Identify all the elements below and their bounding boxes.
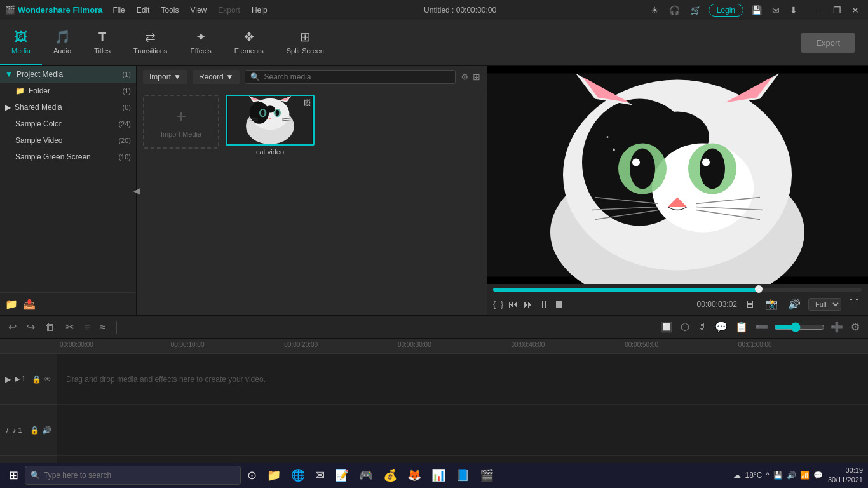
filter-icon[interactable]: ⚙ bbox=[461, 72, 469, 82]
menu-file[interactable]: File bbox=[107, 4, 130, 16]
taskbar-word-icon[interactable]: 📘 bbox=[452, 467, 473, 484]
video-track-label: ▶ 1 bbox=[15, 375, 25, 383]
toolbar-effects[interactable]: ✦ Effects bbox=[179, 20, 222, 65]
audio-wave-button[interactable]: ≈ bbox=[98, 320, 107, 335]
cut-button[interactable]: ✂ bbox=[64, 319, 76, 335]
quality-select[interactable]: Full 1/2 1/4 bbox=[808, 298, 841, 311]
taskbar-mail-icon[interactable]: ✉ bbox=[311, 467, 329, 484]
close-button[interactable]: ✕ bbox=[848, 4, 863, 17]
export-button[interactable]: Export bbox=[801, 33, 855, 53]
drive-icon[interactable]: 💾 bbox=[773, 471, 783, 480]
project-media-item[interactable]: ▼ Project Media (1) bbox=[0, 66, 136, 83]
shared-media-item[interactable]: ▶ Shared Media (0) bbox=[0, 99, 136, 116]
toolbar-transitions[interactable]: ⇄ Transitions bbox=[122, 20, 179, 65]
folder-item[interactable]: 📁 Folder (1) bbox=[0, 83, 136, 99]
progress-fill bbox=[493, 288, 759, 292]
redo-button[interactable]: ↪ bbox=[25, 319, 37, 335]
wifi-icon[interactable]: 📶 bbox=[800, 471, 810, 480]
stop-button[interactable]: ⏹ bbox=[554, 299, 564, 310]
progress-handle[interactable] bbox=[755, 285, 763, 293]
notification-icon[interactable]: 💬 bbox=[813, 471, 823, 480]
search-input[interactable] bbox=[264, 72, 450, 81]
login-button[interactable]: Login bbox=[709, 4, 743, 17]
snap-icon[interactable]: 🔲 bbox=[658, 319, 675, 335]
volume-icon[interactable]: 🔊 bbox=[785, 297, 803, 311]
import-button[interactable]: Import ▼ bbox=[143, 70, 187, 84]
menu-edit[interactable]: Edit bbox=[132, 4, 155, 16]
media-thumb-cat-video[interactable]: 🖼 cat video bbox=[226, 95, 315, 156]
toolbar-media[interactable]: 🖼 Media bbox=[0, 20, 42, 65]
speaker-icon[interactable]: 🔊 bbox=[787, 471, 796, 480]
start-button[interactable]: ⊞ bbox=[5, 467, 22, 484]
menu-help[interactable]: Help bbox=[247, 4, 273, 16]
minimize-button[interactable]: — bbox=[810, 4, 827, 17]
toolbar-titles[interactable]: T Titles bbox=[83, 20, 122, 65]
taskbar-search-bar[interactable]: 🔍 bbox=[25, 466, 241, 485]
toolbar-splitscreen[interactable]: ⊞ Split Screen bbox=[275, 20, 336, 65]
sample-color-item[interactable]: Sample Color (24) bbox=[0, 116, 136, 132]
record-button[interactable]: Record ▼ bbox=[193, 70, 240, 84]
taskbar-explorer-icon[interactable]: 📁 bbox=[263, 467, 285, 484]
fast-forward-button[interactable]: ⏭ bbox=[524, 299, 534, 310]
screenshot-icon[interactable]: 📸 bbox=[763, 297, 780, 311]
toolbar-audio[interactable]: 🎵 Audio bbox=[42, 20, 83, 65]
zoom-out-icon[interactable]: ➖ bbox=[754, 319, 770, 335]
expand-icon[interactable]: ⛶ bbox=[846, 297, 862, 311]
progress-bar[interactable] bbox=[493, 288, 862, 292]
shop-icon[interactable]: 🛒 bbox=[688, 4, 703, 17]
taskbar-firefox-icon[interactable]: 🦊 bbox=[403, 467, 425, 484]
import-dropdown-icon[interactable]: ▼ bbox=[173, 72, 181, 81]
sample-greenscreen-item[interactable]: Sample Green Screen (10) bbox=[0, 149, 136, 165]
timeline-settings-icon[interactable]: ⚙ bbox=[849, 319, 862, 335]
menu-export[interactable]: Export bbox=[213, 4, 245, 16]
skip-back-button[interactable]: ⏮ bbox=[508, 299, 519, 310]
panel-collapse-arrow[interactable]: ◀ bbox=[133, 186, 140, 196]
toolbar-effects-label: Effects bbox=[190, 47, 211, 55]
menu-tools[interactable]: Tools bbox=[156, 4, 184, 16]
chevron-up-icon[interactable]: ^ bbox=[766, 471, 770, 480]
taskbar-office-icon[interactable]: 📝 bbox=[331, 467, 353, 484]
taskbar-edge-icon[interactable]: 🌐 bbox=[287, 467, 309, 484]
caption-icon[interactable]: 💬 bbox=[713, 319, 729, 335]
search-box[interactable]: 🔍 bbox=[245, 70, 456, 84]
export-folder-icon[interactable]: 📤 bbox=[23, 298, 36, 310]
pause-button[interactable]: ⏸ bbox=[539, 299, 549, 310]
brightness-icon[interactable]: ☀ bbox=[648, 4, 661, 17]
taskbar-search-input[interactable] bbox=[44, 471, 235, 480]
zoom-in-icon[interactable]: ➕ bbox=[829, 319, 845, 335]
delete-clip-button[interactable]: 🗑 bbox=[43, 320, 57, 335]
sample-video-item[interactable]: Sample Video (20) bbox=[0, 132, 136, 149]
grid-view-icon[interactable]: ⊞ bbox=[473, 72, 480, 82]
toolbar-elements[interactable]: ❖ Elements bbox=[223, 20, 275, 65]
ruler-mark-4: 00:00:40:00 bbox=[512, 341, 545, 348]
ruler-mark-0: 00:00:00:00 bbox=[60, 341, 93, 348]
audio-lock-icon[interactable]: 🔒 bbox=[30, 426, 39, 435]
message-icon[interactable]: ✉ bbox=[770, 4, 782, 17]
import-media-placeholder[interactable]: + Import Media bbox=[143, 95, 219, 149]
lock-icon[interactable]: 🔒 bbox=[32, 375, 41, 384]
in-marker[interactable]: { bbox=[493, 300, 496, 309]
menu-view[interactable]: View bbox=[185, 4, 212, 16]
clouds-icon[interactable]: ☁ bbox=[733, 471, 741, 480]
mic-icon[interactable]: 🎙 bbox=[695, 320, 709, 335]
download-icon[interactable]: ⬇ bbox=[787, 4, 800, 17]
task-view-icon[interactable]: ⊙ bbox=[243, 467, 261, 484]
maximize-button[interactable]: ❐ bbox=[829, 4, 845, 17]
record-dropdown-icon[interactable]: ▼ bbox=[226, 72, 234, 81]
taskbar-filmora-icon[interactable]: 🎬 bbox=[476, 467, 498, 484]
equalizer-button[interactable]: ≡ bbox=[82, 320, 92, 335]
out-marker[interactable]: } bbox=[501, 300, 503, 309]
taskbar-store-icon[interactable]: 🎮 bbox=[355, 467, 377, 484]
new-folder-icon[interactable]: 📁 bbox=[5, 298, 18, 310]
save-icon[interactable]: 💾 bbox=[749, 4, 764, 17]
subtitle-icon[interactable]: 📋 bbox=[733, 319, 750, 335]
audio-mute-icon[interactable]: 🔊 bbox=[42, 426, 51, 435]
taskbar-excel-icon[interactable]: 📊 bbox=[428, 467, 449, 484]
headphones-icon[interactable]: 🎧 bbox=[667, 4, 682, 17]
magnet-icon[interactable]: ⬡ bbox=[679, 319, 691, 335]
zoom-slider[interactable] bbox=[774, 322, 825, 332]
eye-icon[interactable]: 👁 bbox=[44, 375, 51, 384]
undo-button[interactable]: ↩ bbox=[6, 319, 18, 335]
fullscreen-icon[interactable]: 🖥 bbox=[742, 297, 757, 311]
taskbar-currency-icon[interactable]: 💰 bbox=[379, 467, 401, 484]
